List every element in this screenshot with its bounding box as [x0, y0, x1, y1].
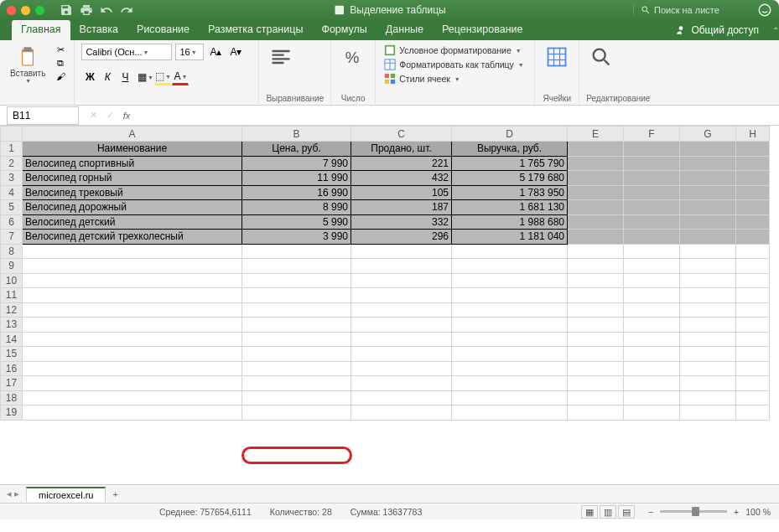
number-format-button[interactable]: %	[338, 44, 368, 70]
maximize-window-icon[interactable]	[35, 6, 44, 15]
cell[interactable]	[680, 142, 736, 157]
alignment-button[interactable]	[266, 44, 296, 70]
cell[interactable]	[736, 347, 770, 362]
share-button[interactable]: Общий доступ	[667, 20, 767, 40]
cell[interactable]	[351, 302, 452, 318]
col-header[interactable]: F	[624, 127, 680, 142]
undo-icon[interactable]	[100, 3, 113, 17]
cell[interactable]	[736, 185, 770, 200]
cell[interactable]	[242, 332, 351, 347]
row-header[interactable]: 19	[1, 405, 23, 421]
cells-button[interactable]	[542, 44, 572, 70]
redo-icon[interactable]	[120, 3, 133, 17]
cell[interactable]	[624, 230, 680, 245]
cell[interactable]	[680, 259, 736, 274]
cell[interactable]	[624, 318, 680, 333]
cell[interactable]	[736, 200, 770, 215]
cell[interactable]	[736, 318, 770, 333]
table-row[interactable]: 6Велосипед детский5 9903321 988 680	[1, 214, 770, 230]
format-as-table-button[interactable]: Форматировать как таблицу▼	[382, 58, 526, 71]
cell[interactable]	[736, 361, 770, 376]
cell[interactable]	[351, 259, 452, 274]
cell[interactable]: Наименование	[23, 142, 242, 157]
cell[interactable]	[568, 273, 624, 288]
cell[interactable]	[452, 376, 568, 391]
cell[interactable]	[568, 302, 624, 318]
table-row[interactable]: 12	[1, 302, 770, 318]
cell[interactable]: 8 990	[242, 200, 351, 215]
cut-icon[interactable]: ✂	[54, 44, 67, 55]
table-row[interactable]: 13	[1, 318, 770, 333]
cell[interactable]	[351, 288, 452, 303]
cell[interactable]	[452, 318, 568, 333]
cell[interactable]: 1 765 790	[452, 156, 568, 171]
cell[interactable]	[23, 332, 242, 347]
cell[interactable]	[736, 230, 770, 245]
cell[interactable]	[452, 302, 568, 318]
cell[interactable]	[452, 244, 568, 259]
cell[interactable]	[242, 318, 351, 333]
cell[interactable]	[624, 332, 680, 347]
table-row[interactable]: 2Велосипед спортивный7 9902211 765 790	[1, 156, 770, 171]
table-row[interactable]: 19	[1, 405, 770, 421]
cell[interactable]	[351, 318, 452, 333]
row-header[interactable]: 16	[1, 361, 23, 376]
cell[interactable]: 3 990	[242, 230, 351, 245]
table-row[interactable]: 3Велосипед горный11 9904325 179 680	[1, 171, 770, 186]
table-row[interactable]: 9	[1, 259, 770, 274]
cell[interactable]	[736, 376, 770, 391]
col-header[interactable]: G	[680, 127, 736, 142]
paste-button[interactable]: Вставить ▼	[7, 44, 49, 85]
cell[interactable]	[680, 318, 736, 333]
row-header[interactable]: 13	[1, 318, 23, 333]
zoom-in-button[interactable]: +	[734, 507, 739, 517]
cell[interactable]	[624, 288, 680, 303]
cell[interactable]	[736, 156, 770, 171]
cell[interactable]	[624, 390, 680, 405]
cell[interactable]: 5 179 680	[452, 171, 568, 186]
cell[interactable]	[242, 273, 351, 288]
zoom-level[interactable]: 100 %	[745, 507, 771, 517]
cell[interactable]: Велосипед дорожный	[23, 200, 242, 215]
cell[interactable]	[736, 214, 770, 230]
cell[interactable]	[568, 405, 624, 421]
select-all-corner[interactable]	[1, 127, 23, 142]
conditional-formatting-button[interactable]: Условное форматирование▼	[382, 44, 526, 57]
cell[interactable]: Продано, шт.	[351, 142, 452, 157]
cell[interactable]: Цена, руб.	[242, 142, 351, 157]
cell[interactable]: 1 783 950	[452, 185, 568, 200]
increase-font-icon[interactable]: A▴	[207, 44, 224, 60]
cell[interactable]: Велосипед детский	[23, 214, 242, 230]
tab-insert[interactable]: Вставка	[70, 20, 127, 40]
add-sheet-button[interactable]: +	[106, 489, 124, 499]
cell[interactable]	[624, 185, 680, 200]
cell[interactable]	[736, 302, 770, 318]
cell[interactable]	[568, 347, 624, 362]
row-header[interactable]: 9	[1, 259, 23, 274]
cell[interactable]	[624, 376, 680, 391]
column-headers[interactable]: A B C D E F G H	[1, 127, 770, 142]
cell[interactable]: 5 990	[242, 214, 351, 230]
font-color-button[interactable]: A▼	[172, 69, 189, 85]
cell[interactable]	[23, 302, 242, 318]
cell[interactable]: 16 990	[242, 185, 351, 200]
cell[interactable]	[624, 156, 680, 171]
tab-formulas[interactable]: Формулы	[312, 20, 376, 40]
cell[interactable]: 1 681 130	[452, 200, 568, 215]
format-painter-icon[interactable]: 🖌	[54, 70, 67, 82]
cell[interactable]	[568, 390, 624, 405]
cell[interactable]	[351, 405, 452, 421]
cell[interactable]	[736, 244, 770, 259]
table-row[interactable]: 14	[1, 332, 770, 347]
cell[interactable]	[351, 361, 452, 376]
cell[interactable]	[680, 244, 736, 259]
cell[interactable]	[680, 390, 736, 405]
sheet-nav[interactable]: ◂ ▸	[0, 488, 26, 499]
cell[interactable]	[624, 200, 680, 215]
cell[interactable]: 187	[351, 200, 452, 215]
table-row[interactable]: 7Велосипед детский трехколесный3 9902961…	[1, 230, 770, 245]
cell[interactable]: Велосипед детский трехколесный	[23, 230, 242, 245]
cell[interactable]	[568, 200, 624, 215]
formula-input[interactable]	[134, 106, 779, 125]
cell[interactable]	[624, 171, 680, 186]
